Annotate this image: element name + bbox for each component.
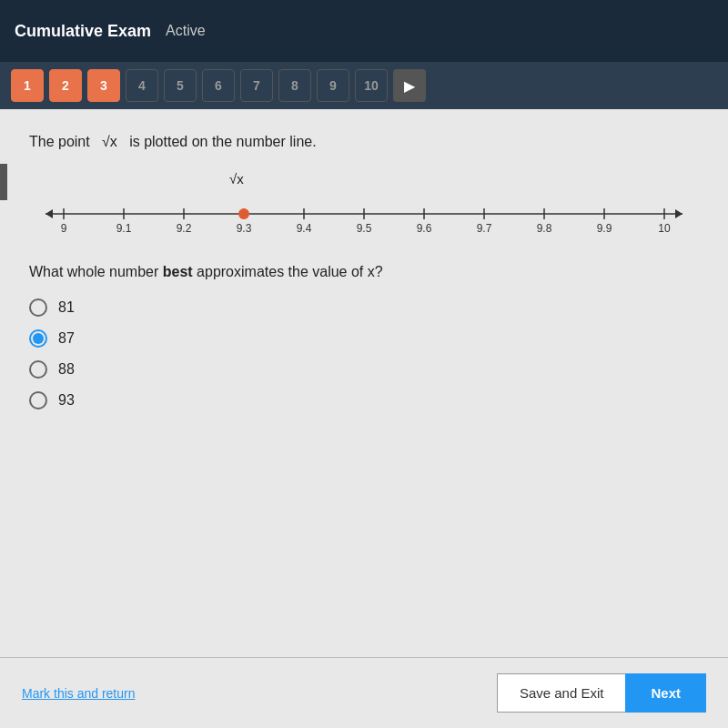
option-88[interactable]: 88 [29,360,699,379]
option-93[interactable]: 93 [29,391,699,410]
option-81[interactable]: 81 [29,298,699,317]
svg-text:9.1: 9.1 [116,222,132,235]
svg-text:9.8: 9.8 [537,222,552,235]
svg-text:9.7: 9.7 [477,222,492,235]
svg-text:9.2: 9.2 [177,222,192,235]
exam-title: Cumulative Exam [15,22,151,41]
save-exit-button[interactable]: Save and Exit [497,673,626,713]
svg-text:10: 10 [658,222,671,235]
footer: Mark this and return Save and Exit Next [0,657,728,728]
svg-text:9.9: 9.9 [597,222,612,235]
nav-next-arrow[interactable]: ▶ [393,69,426,102]
nav-btn-7[interactable]: 7 [240,69,273,102]
question-navigation: 1 2 3 4 5 6 7 8 9 10 ▶ [0,62,728,109]
option-label-81: 81 [58,299,75,316]
svg-text:9.3: 9.3 [237,222,252,235]
nav-btn-10[interactable]: 10 [355,69,388,102]
svg-text:9.6: 9.6 [417,222,432,235]
nav-btn-3[interactable]: 3 [87,69,120,102]
number-line-container: √x 9 9.1 9.2 9.3 9.4 9.5 9.6 [29,171,699,238]
left-accent [0,164,7,200]
svg-text:9.5: 9.5 [357,222,372,235]
main-content: The point √x is plotted on the number li… [0,109,728,673]
radio-88[interactable] [29,360,47,379]
option-label-93: 93 [58,392,75,409]
option-label-87: 87 [58,330,75,347]
question-intro: The point √x is plotted on the number li… [29,131,699,153]
option-87[interactable]: 87 [29,329,699,348]
radio-87-inner [33,333,44,344]
sqrt-inline: √x [102,134,117,149]
svg-text:9: 9 [61,222,67,235]
radio-93[interactable] [29,391,47,410]
nav-btn-4[interactable]: 4 [126,69,158,102]
nav-btn-9[interactable]: 9 [317,69,349,102]
nav-btn-2[interactable]: 2 [49,69,82,102]
svg-marker-1 [46,209,53,218]
radio-87[interactable] [29,329,47,348]
footer-buttons: Save and Exit Next [497,673,706,713]
svg-marker-2 [675,209,682,218]
mark-return-link[interactable]: Mark this and return [22,686,136,701]
nav-btn-6[interactable]: 6 [202,69,235,102]
nav-btn-5[interactable]: 5 [164,69,197,102]
sub-question-text: What whole number best approximates the … [29,264,699,280]
nav-btn-8[interactable]: 8 [278,69,311,102]
options-list: 81 87 88 93 [29,298,699,410]
radio-81[interactable] [29,298,47,317]
svg-text:9.4: 9.4 [297,222,312,235]
number-line-point [238,208,249,219]
exam-status: Active [166,23,206,39]
nav-btn-1[interactable]: 1 [11,69,44,102]
option-label-88: 88 [58,361,75,378]
next-button[interactable]: Next [625,673,706,713]
sqrt-axis-label: √x [229,171,692,187]
number-line-svg: 9 9.1 9.2 9.3 9.4 9.5 9.6 9.7 9.8 9.9 10 [36,188,692,238]
header: Cumulative Exam Active [0,0,728,62]
